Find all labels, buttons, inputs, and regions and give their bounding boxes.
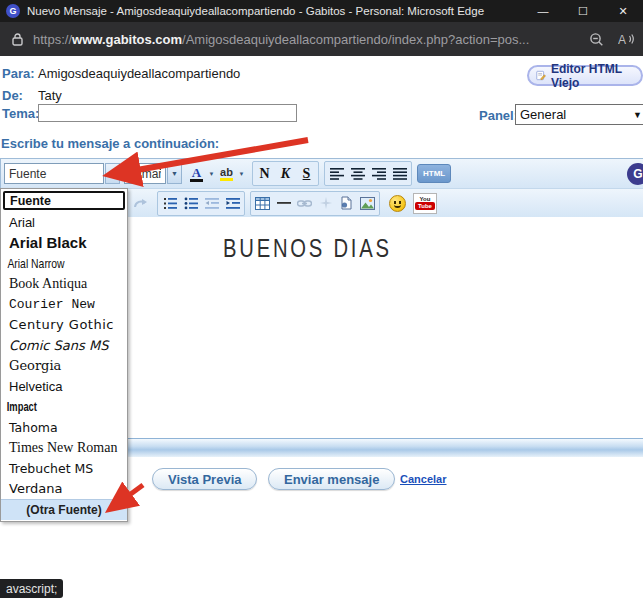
close-button[interactable]: ✕ bbox=[603, 5, 643, 18]
redo-button[interactable] bbox=[130, 193, 151, 214]
outdent-icon bbox=[205, 197, 219, 210]
insert-youtube-button[interactable]: You Tube bbox=[413, 193, 437, 214]
font-option-otra[interactable]: (Otra Fuente) bbox=[1, 499, 127, 520]
font-option-tahoma[interactable]: Tahoma bbox=[1, 417, 127, 438]
align-justify-button[interactable] bbox=[389, 163, 410, 184]
font-option-arial-narrow[interactable]: Arial Narrow bbox=[1, 253, 102, 274]
grammarly-icon[interactable]: G bbox=[627, 163, 643, 185]
bullet-list-icon bbox=[184, 197, 198, 210]
url-domain: www.gabitos.com bbox=[72, 32, 182, 47]
editor-html-viejo-label: Editor HTML Viejo bbox=[551, 62, 629, 90]
align-left-icon bbox=[330, 168, 344, 180]
font-option-century-gothic[interactable]: Century Gothic bbox=[1, 315, 127, 336]
cancel-link[interactable]: Cancelar bbox=[400, 473, 446, 485]
font-option-courier-new[interactable]: Courier New bbox=[1, 294, 127, 315]
bullet-list-button[interactable] bbox=[180, 193, 201, 214]
preview-button[interactable]: Vista Previa bbox=[152, 468, 257, 490]
tema-label: Tema: bbox=[2, 106, 39, 121]
ordered-list-button[interactable] bbox=[159, 193, 180, 214]
svg-text:A: A bbox=[618, 33, 626, 46]
read-aloud-icon[interactable]: A bbox=[618, 32, 635, 46]
insert-smiley-button[interactable] bbox=[385, 193, 409, 214]
align-center-button[interactable] bbox=[347, 163, 368, 184]
site-favicon: G bbox=[6, 4, 20, 18]
align-left-button[interactable] bbox=[326, 163, 347, 184]
font-option-book-antiqua[interactable]: Book Antiqua bbox=[1, 274, 127, 295]
address-bar[interactable]: https://www.gabitos.com/Amigosdeaquiydea… bbox=[0, 22, 643, 56]
font-option-georgia[interactable]: Georgia bbox=[1, 356, 127, 377]
remove-format-button[interactable] bbox=[315, 193, 336, 214]
italic-button[interactable]: K bbox=[275, 163, 296, 184]
font-size-combo[interactable]: ▼ bbox=[124, 163, 182, 184]
zoom-out-icon[interactable] bbox=[589, 32, 604, 47]
minimize-button[interactable]: — bbox=[523, 5, 563, 17]
font-size-input[interactable] bbox=[124, 163, 166, 184]
insert-image-button[interactable] bbox=[357, 193, 378, 214]
font-option-arial-black[interactable]: Arial Black bbox=[1, 233, 127, 254]
url-text[interactable]: https://www.gabitos.com/Amigosdeaquiydea… bbox=[33, 32, 575, 47]
editor-html-viejo-button[interactable]: Editor HTML Viejo bbox=[527, 65, 643, 86]
font-option-default[interactable]: Fuente bbox=[3, 191, 125, 210]
horizontal-rule-button[interactable] bbox=[273, 193, 294, 214]
ordered-list-icon bbox=[163, 197, 177, 210]
size-combo-arrow-icon[interactable]: ▼ bbox=[167, 163, 182, 184]
redo-icon bbox=[133, 197, 148, 209]
url-scheme: https:// bbox=[33, 32, 72, 47]
font-option-verdana[interactable]: Verdana bbox=[1, 479, 127, 500]
font-option-helvetica[interactable]: Helvetica bbox=[1, 376, 127, 397]
align-right-button[interactable] bbox=[368, 163, 389, 184]
font-option-trebuchet[interactable]: Trebuchet MS bbox=[1, 458, 127, 479]
bold-label: N bbox=[259, 166, 269, 182]
insert-table-button[interactable] bbox=[252, 193, 273, 214]
underline-button[interactable]: S bbox=[296, 163, 317, 184]
bold-button[interactable]: N bbox=[254, 163, 275, 184]
font-color-swatch bbox=[190, 179, 203, 182]
highlight-swatch bbox=[220, 178, 233, 181]
align-justify-icon bbox=[393, 168, 407, 180]
font-option-times[interactable]: Times New Roman bbox=[1, 438, 127, 459]
image-icon bbox=[360, 197, 375, 210]
compose-page: Para: Amigosdeaquiydeallacompartiendo De… bbox=[0, 56, 643, 598]
outdent-button[interactable] bbox=[201, 193, 222, 214]
font-option-impact[interactable]: Impact bbox=[1, 397, 92, 418]
panel-label: Panel: bbox=[479, 108, 518, 123]
status-link-tooltip: avascript; bbox=[0, 579, 63, 598]
panel-selected-value: General bbox=[520, 107, 633, 122]
indent-button[interactable] bbox=[222, 193, 243, 214]
panel-select[interactable]: General ▼ bbox=[515, 104, 643, 125]
table-icon bbox=[255, 197, 270, 210]
sparkle-icon bbox=[320, 197, 332, 209]
editor-toolbar-row1: ▼ ▼ A ▼ ab ▼ N K S bbox=[1, 159, 643, 189]
send-label: Enviar mensaje bbox=[284, 472, 379, 487]
highlight-arrow-icon[interactable]: ▼ bbox=[237, 163, 246, 184]
html-label: HTML bbox=[423, 169, 445, 178]
de-value: Taty bbox=[38, 88, 62, 103]
preview-label: Vista Previa bbox=[168, 472, 241, 487]
select-arrow-icon: ▼ bbox=[633, 110, 642, 120]
window-title-bar: G Nuevo Mensaje - Amigosdeaquiydeallacom… bbox=[0, 0, 643, 22]
font-color-icon: A bbox=[192, 166, 201, 179]
font-color-arrow-icon[interactable]: ▼ bbox=[207, 163, 216, 184]
link-icon bbox=[297, 199, 312, 208]
send-button[interactable]: Enviar mensaje bbox=[268, 468, 395, 490]
attach-file-button[interactable] bbox=[336, 193, 357, 214]
lock-icon bbox=[12, 33, 23, 46]
font-option-arial[interactable]: Arial bbox=[1, 212, 127, 233]
maximize-button[interactable]: ☐ bbox=[563, 5, 603, 18]
font-family-input[interactable] bbox=[4, 163, 104, 184]
font-option-comic-sans[interactable]: Comic Sans MS bbox=[1, 335, 127, 356]
html-source-button[interactable]: HTML bbox=[417, 164, 451, 183]
highlight-icon: ab bbox=[220, 167, 233, 178]
insert-link-button[interactable] bbox=[294, 193, 315, 214]
font-family-combo[interactable]: ▼ bbox=[4, 163, 120, 184]
page-edit-icon bbox=[536, 69, 546, 82]
youtube-icon-label: Tube bbox=[415, 202, 435, 210]
underline-label: S bbox=[303, 166, 311, 182]
message-text[interactable]: BUENOS DIAS bbox=[223, 233, 392, 264]
font-dropdown-list: ArialArial BlackArial NarrowBook Antiqua… bbox=[1, 212, 127, 520]
font-color-button[interactable]: A bbox=[186, 163, 207, 184]
indent-icon bbox=[226, 197, 240, 210]
font-combo-arrow-icon[interactable]: ▼ bbox=[105, 163, 120, 184]
highlight-color-button[interactable]: ab bbox=[216, 163, 237, 184]
tema-input[interactable] bbox=[38, 104, 297, 122]
